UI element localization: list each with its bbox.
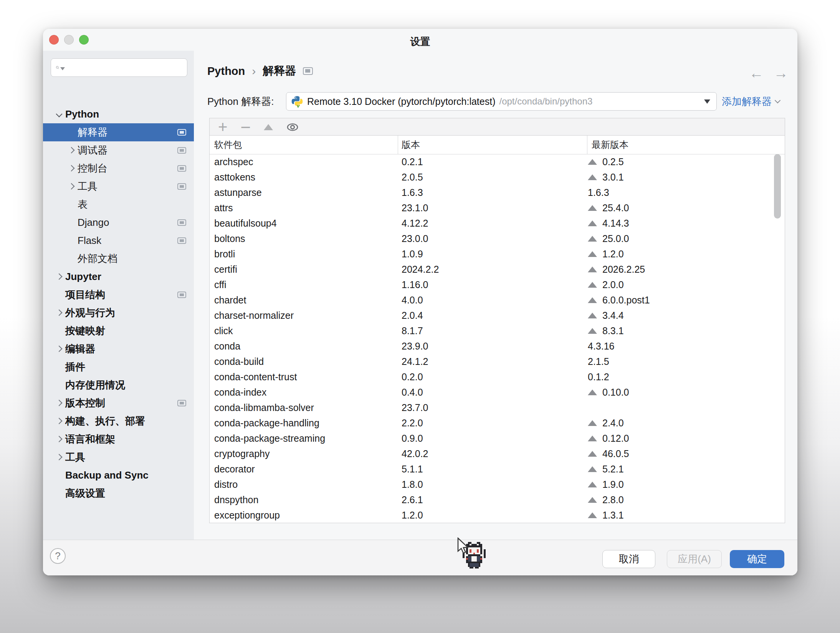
add-interpreter-link[interactable]: 添加解释器 [722,92,780,111]
settings-search-box[interactable] [51,58,187,77]
sidebar-item-外部文档[interactable]: 外部文档 [43,250,194,268]
table-row[interactable]: conda-build24.1.22.1.5 [210,354,785,369]
sidebar-item-label: Jupyter [65,271,101,283]
package-latest-value: 6.0.0.post1 [602,292,650,308]
column-divider[interactable] [587,136,587,154]
titlebar[interactable]: 设置 [43,29,797,51]
package-version: 24.1.2 [402,354,428,369]
upgrade-package-button[interactable] [264,124,273,130]
package-name: attrs [214,200,233,215]
python-logo-icon: v [291,95,303,108]
sidebar-item-Backup and Sync[interactable]: Backup and Sync [43,466,194,484]
chevron-right-icon[interactable] [56,418,63,424]
sidebar-item-label: 构建、执行、部署 [65,414,145,428]
table-row[interactable]: cffi1.16.02.0.0 [210,277,785,292]
ok-button[interactable]: 确定 [730,550,784,568]
sidebar-item-工具[interactable]: 工具 [43,448,194,466]
sidebar-item-版本控制[interactable]: 版本控制 [43,394,194,412]
cancel-button[interactable]: 取消 [602,550,655,568]
chevron-right-icon[interactable] [56,436,63,442]
chevron-right-icon[interactable] [56,273,63,280]
package-latest-value: 5.2.1 [602,461,624,477]
sidebar-item-控制台[interactable]: 控制台 [43,159,194,177]
back-arrow-icon[interactable]: ← [749,66,764,80]
help-button[interactable]: ? [50,548,66,564]
forward-arrow-icon[interactable]: → [774,66,788,80]
chevron-right-icon[interactable] [68,147,75,153]
settings-search-input[interactable] [68,62,187,73]
table-row[interactable]: astunparse1.6.31.6.3 [210,185,785,200]
table-row[interactable]: beautifulsoup44.12.24.14.3 [210,215,785,231]
table-row[interactable]: conda-libmamba-solver23.7.0 [210,400,785,415]
sidebar-item-项目结构[interactable]: 项目结构 [43,286,194,304]
sidebar-item-Flask[interactable]: Flask [43,232,194,250]
table-row[interactable]: archspec0.2.10.2.5 [210,154,785,169]
sidebar-item-label: 外观与行为 [65,306,115,320]
table-row[interactable]: charset-normalizer2.0.43.4.4 [210,308,785,323]
table-row[interactable]: certifi2024.2.22026.2.25 [210,262,785,277]
table-row[interactable]: chardet4.0.06.0.0.post1 [210,292,785,308]
table-row[interactable]: conda-content-trust0.2.00.1.2 [210,369,785,384]
table-row[interactable]: exceptiongroup1.2.01.3.1 [210,507,785,523]
table-row[interactable]: boltons23.0.025.0.0 [210,231,785,246]
table-row[interactable]: attrs23.1.025.4.0 [210,200,785,215]
package-latest: 1.6.3 [588,185,609,200]
sidebar-item-label: 插件 [65,360,85,374]
sidebar-item-label: Backup and Sync [65,469,149,481]
sidebar-item-工具[interactable]: 工具 [43,177,194,196]
sidebar-item-解释器[interactable]: 解释器 [43,123,194,141]
package-name: brotli [214,246,235,262]
monitor-icon [177,165,186,172]
package-latest: 8.3.1 [588,323,624,338]
table-row[interactable]: decorator5.1.15.2.1 [210,461,785,477]
sidebar-item-表[interactable]: 表 [43,196,194,214]
sidebar-item-Python[interactable]: Python [43,105,194,123]
table-row[interactable]: asttokens2.0.53.0.1 [210,169,785,185]
sidebar-item-label: 工具 [65,451,85,464]
show-early-releases-eye-icon[interactable] [286,123,299,132]
interpreter-select[interactable]: v Remote 3.10 Docker (pytorch/pytorch:la… [286,92,717,111]
sidebar-item-label: 工具 [78,180,98,193]
table-row[interactable]: click8.1.78.3.1 [210,323,785,338]
chevron-right-icon[interactable] [56,454,63,460]
chevron-down-icon[interactable] [56,111,63,117]
chevron-right-icon[interactable] [56,345,63,352]
breadcrumb-python[interactable]: Python [207,65,245,78]
table-row[interactable]: conda-index0.4.00.10.0 [210,384,785,400]
sidebar-item-编辑器[interactable]: 编辑器 [43,340,194,358]
sidebar-item-Django[interactable]: Django [43,214,194,232]
column-header-package[interactable]: 软件包 [214,136,242,154]
table-row[interactable]: dnspython2.6.12.8.0 [210,492,785,507]
column-header-version[interactable]: 版本 [402,136,420,154]
column-header-latest[interactable]: 最新版本 [592,136,628,154]
table-row[interactable]: cryptography42.0.246.0.5 [210,446,785,461]
sidebar-item-构建、执行、部署[interactable]: 构建、执行、部署 [43,412,194,430]
search-options-caret-icon[interactable] [60,67,65,70]
table-row[interactable]: conda-package-streaming0.9.00.12.0 [210,431,785,446]
package-latest-value: 46.0.5 [602,446,629,461]
sidebar-item-Jupyter[interactable]: Jupyter [43,268,194,286]
sidebar-item-外观与行为[interactable]: 外观与行为 [43,304,194,322]
chevron-right-icon[interactable] [68,183,75,189]
sidebar-item-语言和框架[interactable]: 语言和框架 [43,430,194,448]
sidebar-item-内存使用情况[interactable]: 内存使用情况 [43,376,194,394]
sidebar-item-插件[interactable]: 插件 [43,358,194,376]
chevron-slot [67,145,78,156]
sidebar-item-按键映射[interactable]: 按键映射 [43,322,194,340]
chevron-right-icon[interactable] [68,165,75,171]
sidebar-item-调试器[interactable]: 调试器 [43,141,194,159]
table-row[interactable]: conda23.9.04.3.16 [210,338,785,354]
sidebar-item-label: Python [65,108,99,120]
chevron-right-icon[interactable] [56,309,63,316]
apply-button[interactable]: 应用(A) [667,550,722,568]
dropdown-caret-icon[interactable] [704,99,710,104]
dialog-footer: ? [43,540,797,575]
chevron-right-icon[interactable] [56,399,63,406]
mouse-cursor-icon [456,537,470,555]
sidebar-item-高级设置[interactable]: 高级设置 [43,484,194,502]
package-latest: 25.4.0 [588,200,629,215]
table-row[interactable]: conda-package-handling2.2.02.4.0 [210,415,785,431]
column-divider[interactable] [398,136,398,154]
table-row[interactable]: distro1.8.01.9.0 [210,477,785,492]
table-row[interactable]: brotli1.0.91.2.0 [210,246,785,262]
